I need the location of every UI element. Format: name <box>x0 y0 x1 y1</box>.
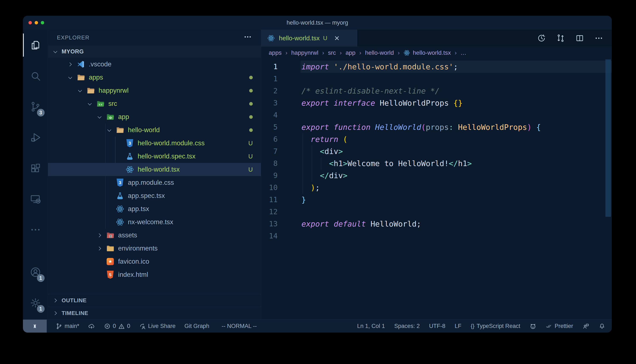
live-share-button[interactable]: Live Share <box>139 323 175 330</box>
tree-item-hello-world-tsx[interactable]: hello-world.tsx U <box>48 163 261 176</box>
search-icon <box>30 70 41 82</box>
activity-accounts[interactable]: 1 <box>23 257 48 288</box>
remote-indicator[interactable] <box>23 320 47 332</box>
eol-setting[interactable]: LF <box>455 323 461 330</box>
breadcrumb-item[interactable]: src <box>328 50 346 56</box>
tree-item-index-html[interactable]: 5 index.html <box>48 268 261 281</box>
tree-item-environments-folder[interactable]: environments <box>48 242 261 255</box>
tree-item-vscode-folder[interactable]: .vscode <box>48 58 261 71</box>
close-tab-button[interactable] <box>334 35 340 41</box>
code-line[interactable]: 8 <h1>Welcome to HelloWorld!</h1> <box>261 158 612 170</box>
breadcrumb-item[interactable]: apps <box>269 50 291 56</box>
code-line[interactable]: 2/* eslint-disable-next-line */ <box>261 85 612 97</box>
line-number: 10 <box>261 182 301 194</box>
more-actions-icon[interactable] <box>594 34 603 43</box>
notifications-button[interactable] <box>599 323 605 330</box>
activity-settings[interactable]: 1 <box>23 288 48 318</box>
activity-explorer[interactable] <box>23 30 48 60</box>
tree-item-label: apps <box>89 74 103 81</box>
code-line[interactable]: 1 <box>261 73 612 85</box>
activity-remote-explorer[interactable] <box>23 184 48 214</box>
chevron-down-icon <box>68 76 77 78</box>
timeline-section-header[interactable]: TIMELINE <box>48 307 261 320</box>
indentation-setting[interactable]: Spaces: 2 <box>394 323 420 330</box>
code-line[interactable]: 9 </div> <box>261 170 612 182</box>
tab-hello-world-tsx[interactable]: hello-world.tsx U <box>261 30 357 46</box>
tree-item-happynrwl-folder[interactable]: happynrwl <box>48 84 261 97</box>
activity-extensions[interactable] <box>23 153 48 184</box>
code-line[interactable]: 12 <box>261 206 612 218</box>
outline-section-header[interactable]: OUTLINE <box>48 294 261 307</box>
tree-item-src-folder[interactable]: src <box>48 97 261 110</box>
tree-item-app-tsx[interactable]: app.tsx <box>48 202 261 216</box>
language-mode[interactable]: {} TypeScript React <box>471 323 520 330</box>
code-line[interactable]: 10 ); <box>261 182 612 194</box>
code-line[interactable]: 4 <box>261 109 612 121</box>
activity-bar: 3 1 1 <box>23 30 48 320</box>
prettier-status[interactable]: Prettier <box>546 323 573 330</box>
activity-search[interactable] <box>23 60 48 91</box>
breadcrumb-item[interactable]: hello-world.tsx <box>413 50 460 56</box>
tree-item-app-module-css[interactable]: 3 app.module.css <box>48 176 261 189</box>
bracket-guide <box>312 145 312 182</box>
tree-item-label: hello-world.tsx <box>138 166 180 173</box>
tree-item-apps-folder[interactable]: apps <box>48 71 261 84</box>
code-line[interactable]: 5export function HelloWorld(props: Hello… <box>261 121 612 133</box>
split-editor-icon[interactable] <box>575 34 584 43</box>
breadcrumb-item[interactable]: app <box>346 50 365 56</box>
github-status[interactable] <box>530 323 536 330</box>
warning-count: 0 <box>127 323 130 330</box>
code-editor[interactable]: 1import './hello-world.module.css';12/* … <box>261 59 612 320</box>
git-graph-button[interactable]: Git Graph <box>184 323 209 330</box>
share-icon <box>139 323 146 330</box>
minimize-window-button[interactable] <box>35 21 38 24</box>
explorer-more-actions-button[interactable] <box>244 33 252 43</box>
bell-icon <box>599 323 605 330</box>
open-changes-icon[interactable] <box>556 34 565 43</box>
encoding-setting[interactable]: UTF-8 <box>429 323 446 330</box>
code-line[interactable]: 6 return ( <box>261 133 612 145</box>
status-bar: main* 0 0 Live Share Git Graph -- NORMAL… <box>23 320 612 332</box>
assets-folder-icon <box>106 231 115 240</box>
tree-item-label: environments <box>118 244 158 252</box>
zoom-window-button[interactable] <box>41 21 44 24</box>
tree-item-assets-folder[interactable]: assets <box>48 229 261 242</box>
git-modified-dot-badge <box>249 115 253 119</box>
tree-item-hello-world-module-css[interactable]: 3 hello-world.module.css U <box>48 136 261 150</box>
vim-mode-indicator[interactable]: -- NORMAL -- <box>222 323 257 330</box>
tab-label: hello-world.tsx <box>279 34 320 42</box>
tree-item-favicon-ico[interactable]: favicon.ico <box>48 255 261 268</box>
workspace-root-myorg[interactable]: MYORG <box>48 46 261 58</box>
code-text: /* eslint-disable-next-line */ <box>301 85 440 97</box>
close-window-button[interactable] <box>29 21 32 24</box>
tree-item-nx-welcome-tsx[interactable]: nx-welcome.tsx <box>48 216 261 229</box>
activity-source-control[interactable]: 3 <box>23 91 48 122</box>
code-line[interactable]: 13export default HelloWorld; <box>261 218 612 230</box>
tree-item-app-spec-tsx[interactable]: app.spec.tsx <box>48 189 261 202</box>
tree-item-label: assets <box>118 232 137 239</box>
code-line[interactable]: 11} <box>261 194 612 206</box>
vscode-window: hello-world.tsx — myorg 3 <box>23 16 612 332</box>
cursor-position[interactable]: Ln 1, Col 1 <box>357 323 385 330</box>
sync-changes-button[interactable] <box>88 323 95 330</box>
tree-item-hello-world-folder[interactable]: hello-world <box>48 124 261 136</box>
code-line[interactable]: 3export interface HelloWorldProps {} <box>261 97 612 109</box>
breadcrumb-item[interactable]: happynrwl <box>291 50 328 56</box>
code-line[interactable]: 7 <div> <box>261 145 612 158</box>
code-line[interactable]: 1import './hello-world.module.css'; <box>261 61 612 73</box>
breadcrumb-item[interactable]: hello-world <box>365 50 404 56</box>
tree-item-hello-world-spec-tsx[interactable]: hello-world.spec.tsx U <box>48 150 261 163</box>
timeline-history-icon[interactable] <box>537 34 546 43</box>
problems-status[interactable]: 0 0 <box>104 323 130 330</box>
editor-scrollbar[interactable] <box>605 60 611 217</box>
breadcrumb-item[interactable]: … <box>461 50 467 56</box>
activity-run-debug[interactable] <box>23 122 48 153</box>
tree-item-app-folder[interactable]: app <box>48 110 261 124</box>
feedback-button[interactable] <box>582 323 589 330</box>
code-text: import './hello-world.module.css'; <box>301 61 458 73</box>
git-branch-status[interactable]: main* <box>56 323 79 330</box>
activity-more[interactable] <box>23 214 48 245</box>
code-line[interactable]: 14 <box>261 230 612 242</box>
code-text: export function HelloWorld(props: HelloW… <box>301 121 541 133</box>
tree-item-label: happynrwl <box>99 87 128 94</box>
